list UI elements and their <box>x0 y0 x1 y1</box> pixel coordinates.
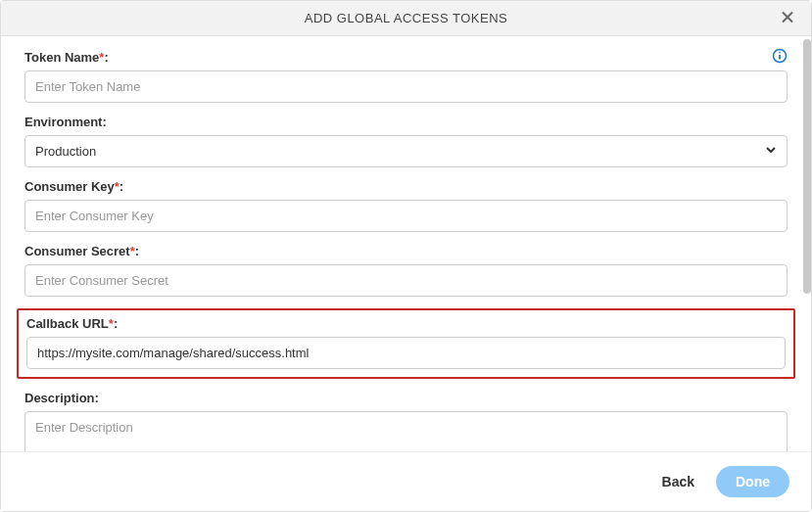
done-button[interactable]: Done <box>716 466 789 497</box>
consumer-key-label: Consumer Key*: <box>24 179 788 194</box>
token-name-group: Token Name*: <box>24 50 788 103</box>
token-name-label: Token Name*: <box>24 50 788 65</box>
token-name-input[interactable] <box>24 70 788 103</box>
callback-url-label: Callback URL*: <box>26 316 786 331</box>
modal-footer: Back Done <box>1 451 811 511</box>
colon: : <box>104 50 108 65</box>
back-button[interactable]: Back <box>658 468 698 495</box>
token-name-label-text: Token Name <box>24 50 99 65</box>
info-icon[interactable] <box>772 48 788 64</box>
consumer-key-input[interactable] <box>24 200 788 232</box>
colon: : <box>135 244 139 258</box>
callback-url-label-text: Callback URL <box>26 316 109 331</box>
colon: : <box>114 316 118 331</box>
close-icon[interactable] <box>776 5 799 31</box>
svg-point-4 <box>779 52 781 54</box>
description-textarea[interactable] <box>24 411 788 451</box>
consumer-key-label-text: Consumer Key <box>24 179 115 194</box>
consumer-key-group: Consumer Key*: <box>24 179 788 232</box>
add-global-access-tokens-modal: ADD GLOBAL ACCESS TOKENS Token Name*: <box>0 0 812 512</box>
modal-header: ADD GLOBAL ACCESS TOKENS <box>1 1 811 36</box>
consumer-secret-label-text: Consumer Secret <box>24 244 130 258</box>
description-label: Description: <box>24 391 788 405</box>
modal-body: Token Name*: Environment: Production <box>1 36 811 451</box>
callback-url-group: Callback URL*: <box>17 308 795 379</box>
environment-group: Environment: Production <box>24 115 788 167</box>
consumer-secret-input[interactable] <box>24 264 788 297</box>
consumer-secret-label: Consumer Secret*: <box>24 244 788 258</box>
scrollbar[interactable] <box>803 39 811 294</box>
callback-url-input[interactable] <box>26 337 786 369</box>
modal-title: ADD GLOBAL ACCESS TOKENS <box>305 11 508 25</box>
environment-label: Environment: <box>24 115 788 129</box>
environment-select-wrapper: Production <box>24 135 788 167</box>
description-group: Description: <box>24 391 788 451</box>
environment-select[interactable]: Production <box>24 135 788 167</box>
consumer-secret-group: Consumer Secret*: <box>24 244 788 297</box>
colon: : <box>119 179 123 194</box>
